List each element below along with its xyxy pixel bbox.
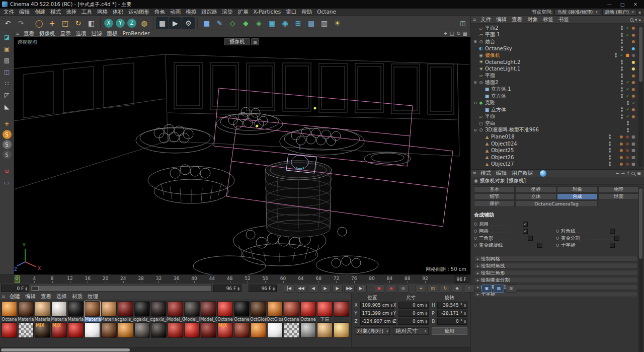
record-position-toggle[interactable]: + — [416, 285, 426, 293]
material-item-mat-row2-6[interactable] — [101, 322, 117, 338]
timeline-ruler[interactable]: 96 F 04812162024283236404448525660646872… — [0, 274, 470, 283]
material-item-mat-row1-6[interactable]: Materia — [101, 301, 117, 322]
material-item-mat-row2-5[interactable] — [84, 322, 101, 338]
material-item-mat-row1-9[interactable]: cgaxis_c — [150, 301, 167, 322]
material-item-mat-row2-4[interactable] — [67, 322, 84, 338]
material-item-mat-row2-20[interactable] — [333, 322, 350, 338]
material-item-mat-row2-15[interactable] — [250, 322, 267, 338]
mat-tag-icon[interactable]: ● — [631, 74, 636, 78]
uv-tag-icon[interactable]: ▦ — [631, 148, 636, 153]
coord-field-位置-X[interactable]: 109.905 cm▲▼ — [360, 302, 394, 309]
light-icon[interactable]: ☀ — [331, 17, 344, 29]
material-item-mat-row2-9[interactable] — [150, 322, 167, 338]
material-item-mat-row1-7[interactable]: cgaxis_c — [117, 301, 134, 322]
light-tag-icon[interactable]: ● — [631, 66, 636, 71]
material-menu-1[interactable]: 编辑 — [23, 293, 38, 300]
solo-animation-button[interactable]: ▣ — [481, 285, 492, 293]
redo-icon[interactable]: ↷ — [15, 17, 27, 29]
node-space-current-dropdown[interactable]: 当前 (标准/物理)▾ — [554, 9, 600, 16]
enable-axis-icon[interactable]: + — [1, 118, 13, 129]
tab-立体[interactable]: 立体 — [515, 193, 556, 200]
keyframe-circle-icon[interactable] — [474, 237, 477, 240]
tab-坐标[interactable]: 坐标 — [515, 186, 556, 193]
mat-tag-icon[interactable]: ● — [631, 39, 636, 44]
enabled-check-icon[interactable]: ✓ — [631, 101, 636, 105]
history-forward-icon[interactable]: → — [621, 171, 625, 176]
material-item-mat-row2-12[interactable] — [200, 322, 217, 338]
visibility-dots[interactable] — [609, 148, 611, 153]
object-row-12[interactable]: ■立方体✓● — [471, 106, 644, 113]
timeline-range-slider[interactable] — [31, 285, 212, 292]
coord-mode-dropdown[interactable]: 绝对尺寸▾ — [393, 327, 429, 335]
menu-5[interactable]: 工具 — [79, 9, 95, 16]
visibility-dots[interactable] — [621, 74, 623, 78]
viewport-menu-4[interactable]: 过滤 — [89, 30, 105, 37]
keyframe-circle-icon[interactable] — [474, 230, 477, 233]
material-item-mat-row1-17[interactable]: Octane — [283, 301, 300, 322]
coord-field-尺寸-Z[interactable]: 0 cm▲▼ — [398, 318, 429, 325]
checkbox[interactable] — [610, 229, 615, 234]
scrollbar-thumb[interactable] — [639, 27, 642, 82]
material-thumbnail[interactable] — [134, 322, 150, 338]
mat2-tag-icon[interactable]: ● — [625, 162, 630, 166]
spline-pen-icon[interactable]: ✎ — [213, 17, 226, 29]
parent-object-icon[interactable]: ↑ — [626, 171, 630, 176]
uv-tag-icon[interactable]: ▦ — [631, 142, 636, 146]
object-row-3[interactable]: ◐OctaneSky● — [471, 45, 644, 52]
menu-9[interactable]: 角色 — [152, 9, 168, 16]
menu-3[interactable]: 模式 — [48, 9, 63, 16]
material-thumbnail[interactable] — [51, 301, 67, 317]
filter-icon[interactable]: ▾ — [635, 17, 637, 22]
material-thumbnail[interactable] — [118, 301, 133, 317]
mat-tag-icon[interactable]: ● — [631, 114, 636, 119]
viewport-menu-1[interactable]: 摄像机 — [37, 30, 58, 37]
visibility-dots[interactable] — [621, 114, 623, 119]
object-menu-3[interactable]: 对象 — [525, 16, 540, 23]
object-menu-4[interactable]: 标签 — [540, 16, 556, 23]
checkbox[interactable]: ✓ — [523, 222, 528, 227]
menu-1[interactable]: 编辑 — [17, 9, 32, 16]
next-key-button[interactable]: ▶▶ — [344, 285, 355, 293]
tab-OctaneCameraTag[interactable]: OctaneCameraTag — [515, 200, 598, 207]
checkbox[interactable] — [528, 236, 533, 241]
material-thumbnail[interactable] — [300, 301, 316, 317]
material-thumbnail[interactable] — [300, 322, 316, 338]
rotate-tool-icon[interactable]: ↻ — [72, 17, 85, 29]
render-settings-icon[interactable]: ⚙ — [182, 17, 195, 29]
object-row-10[interactable]: ■立方体✓● — [471, 93, 644, 100]
stepper-arrows[interactable]: ▲▼ — [273, 287, 275, 291]
apply-button[interactable]: 应用 — [432, 327, 467, 335]
material-thumbnail[interactable] — [101, 322, 117, 338]
material-item-mat-row1-10[interactable]: Model_C — [167, 301, 184, 322]
material-thumbnail[interactable] — [2, 301, 17, 317]
object-row-20[interactable]: ▲Object27●●▦ — [471, 161, 644, 168]
material-thumbnail[interactable] — [85, 301, 100, 317]
panel-menu-icon[interactable]: ≡ — [471, 17, 478, 22]
material-item-mat-row2-16[interactable] — [267, 322, 283, 338]
tab-物理[interactable]: 物理 — [598, 186, 639, 193]
material-item-mat-row1-5[interactable]: Materia — [84, 301, 101, 322]
enabled-check-icon[interactable]: ✓ — [625, 33, 630, 37]
scale-tool-icon[interactable]: ◰ — [59, 17, 71, 29]
material-thumbnail[interactable] — [85, 322, 100, 338]
material-scrollbar-thumb[interactable] — [1, 348, 130, 351]
make-editable-icon[interactable]: ◪ — [1, 32, 13, 42]
orbit-view-icon[interactable]: ↻ — [456, 31, 460, 36]
visibility-dots[interactable] — [615, 53, 617, 57]
coord-field-位置-Y[interactable]: 171.399 cm▲▼ — [360, 310, 394, 317]
record-parameter-toggle[interactable]: ◆ — [452, 285, 462, 293]
material-thumbnail[interactable] — [234, 322, 250, 338]
minimize-button[interactable]: — — [603, 1, 616, 9]
checkbox[interactable] — [614, 236, 619, 241]
material-item-mat-row1-1[interactable]: Materia — [18, 301, 34, 322]
mat-tag-icon[interactable]: ● — [631, 87, 636, 92]
material-thumbnail[interactable] — [234, 301, 250, 317]
group-bar-1[interactable]: ▸绘制对角线 — [474, 263, 638, 269]
visibility-dots[interactable] — [621, 87, 623, 92]
preview-end-field[interactable]: 96 F▲▼ — [213, 285, 242, 292]
mat2-tag-icon[interactable]: ● — [625, 155, 630, 160]
sky-tag-icon[interactable]: ● — [631, 46, 636, 51]
viewport-canvas[interactable]: 透视视图 摄像机 ▦ — [14, 37, 470, 274]
stepper-arrows[interactable]: ▲▼ — [464, 303, 466, 307]
checkbox[interactable]: ✓ — [523, 229, 528, 234]
